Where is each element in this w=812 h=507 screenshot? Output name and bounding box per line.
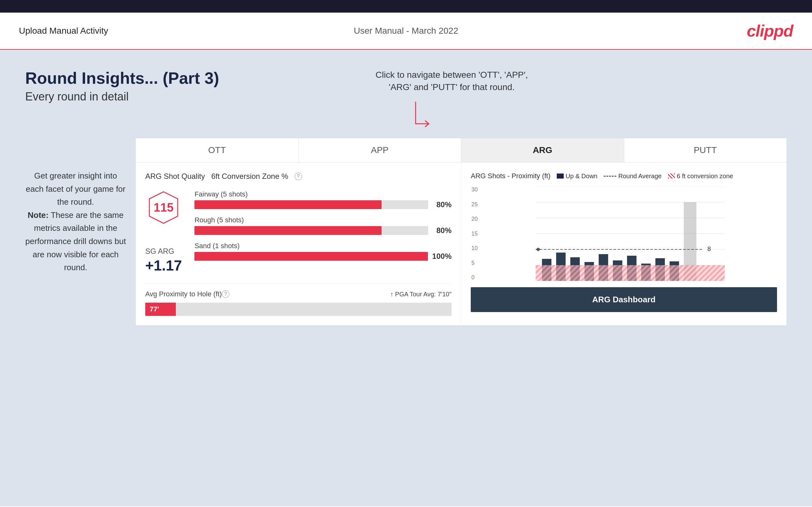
rough-bar-row: Rough (5 shots) 80% — [194, 216, 452, 235]
tab-bar: OTT APP ARG PUTT — [136, 138, 786, 163]
nav-hint: Click to navigate between 'OTT', 'APP', … — [375, 69, 528, 93]
upload-label: Upload Manual Activity — [19, 26, 108, 36]
tab-arg[interactable]: ARG — [461, 138, 624, 162]
sand-bar-row: Sand (1 shots) 100% — [194, 242, 452, 261]
svg-text:8: 8 — [707, 245, 711, 252]
left-panel: ARG Shot Quality 6ft Conversion Zone % ?… — [136, 163, 461, 325]
chart-area: 30 25 20 15 10 5 0 — [484, 186, 777, 281]
tab-ott[interactable]: OTT — [136, 138, 299, 162]
help-icon[interactable]: ? — [295, 173, 302, 180]
arg-dashboard-button[interactable]: ARG Dashboard — [471, 287, 777, 312]
proximity-help-icon[interactable]: ? — [222, 290, 230, 298]
logo: clippd — [747, 21, 793, 40]
legend-conversion: 6 ft conversion zone — [668, 173, 733, 180]
chart-title: ARG Shots - Proximity (ft) — [471, 172, 551, 180]
main-content: Round Insights... (Part 3) Every round i… — [0, 50, 812, 506]
top-bar — [0, 0, 812, 13]
proximity-bar: 77' — [145, 303, 452, 316]
card-content: ARG Shot Quality 6ft Conversion Zone % ?… — [136, 163, 786, 325]
sg-section: SG ARG +1.17 — [145, 240, 182, 274]
bar-group: Fairway (5 shots) 80% Rough (5 shots) — [194, 190, 452, 268]
conversion-label: 6ft Conversion Zone % — [211, 172, 288, 181]
shot-quality-label: ARG Shot Quality — [145, 172, 205, 181]
fairway-bar-row: Fairway (5 shots) 80% — [194, 190, 452, 209]
chart-svg: 8 — [484, 186, 777, 281]
tab-app[interactable]: APP — [299, 138, 462, 162]
header: Upload Manual Activity User Manual - Mar… — [0, 13, 812, 50]
svg-marker-23 — [536, 247, 541, 251]
tab-putt[interactable]: PUTT — [624, 138, 787, 162]
y-axis-labels: 30 25 20 15 10 5 0 — [471, 186, 478, 281]
chart-header: ARG Shots - Proximity (ft) Up & Down Rou… — [471, 172, 777, 180]
hex-badge: 115 — [146, 190, 181, 225]
proximity-section: Avg Proximity to Hole (ft) ? ↑ PGA Tour … — [145, 283, 452, 316]
legend-round-avg: Round Average — [604, 173, 662, 180]
left-description: Get greater insight into each facet of y… — [25, 169, 126, 274]
dashboard-card: OTT APP ARG PUTT ARG Shot Quality 6ft Co… — [136, 138, 787, 326]
svg-rect-19 — [536, 265, 725, 281]
header-center-label: User Manual - March 2022 — [354, 26, 458, 36]
navigation-arrow — [412, 99, 438, 137]
right-panel: ARG Shots - Proximity (ft) Up & Down Rou… — [461, 163, 786, 325]
legend-up-down: Up & Down — [557, 173, 597, 180]
shot-quality-header: ARG Shot Quality 6ft Conversion Zone % ? — [145, 172, 452, 181]
